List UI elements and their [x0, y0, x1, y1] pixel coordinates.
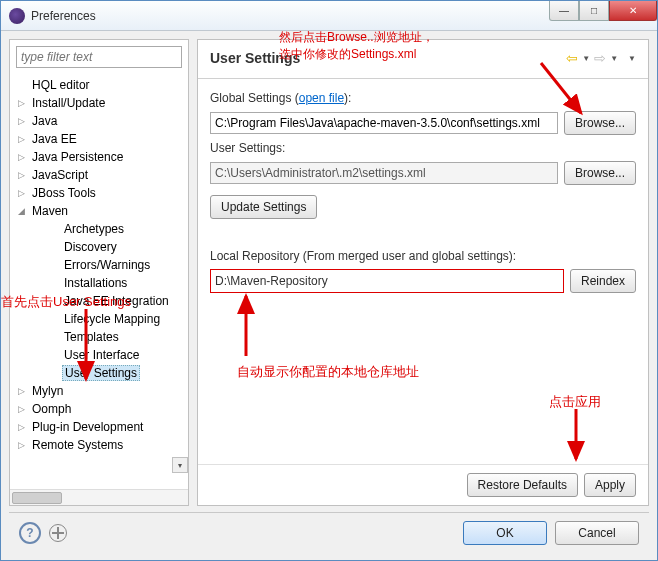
tree-item-install-update[interactable]: ▷Install/Update: [10, 94, 188, 112]
tree-twisty-icon[interactable]: ▷: [18, 134, 30, 144]
nav-back-menu[interactable]: ▼: [582, 54, 590, 63]
browse-user-button[interactable]: Browse...: [564, 161, 636, 185]
tree-twisty-icon[interactable]: ▷: [18, 422, 30, 432]
tree-item-hql-editor[interactable]: HQL editor: [10, 76, 188, 94]
tree-item-label: Lifecycle Mapping: [62, 312, 162, 326]
update-row: Update Settings: [210, 195, 636, 219]
tree-item-label: Mylyn: [30, 384, 65, 398]
category-panel: HQL editor▷Install/Update▷Java▷Java EE▷J…: [9, 39, 189, 506]
tree-item-javascript[interactable]: ▷JavaScript: [10, 166, 188, 184]
settings-panel: User Settings ⇦ ▼ ⇨ ▼ ▼ Global Settings …: [197, 39, 649, 506]
tree-item-label: Plug-in Development: [30, 420, 145, 434]
tree-item-java[interactable]: ▷Java: [10, 112, 188, 130]
tree-item-maven[interactable]: ◢Maven: [10, 202, 188, 220]
close-button[interactable]: ✕: [609, 1, 657, 21]
tree-item-lifecycle-mapping[interactable]: Lifecycle Mapping: [10, 310, 188, 328]
tree-twisty-icon[interactable]: ▷: [18, 98, 30, 108]
filter-container: [16, 46, 182, 68]
global-settings-row: Browse...: [210, 111, 636, 135]
eclipse-icon: [9, 8, 25, 24]
tree-twisty-icon[interactable]: ▷: [18, 404, 30, 414]
help-icon[interactable]: ?: [19, 522, 41, 544]
tree-item-user-interface[interactable]: User Interface: [10, 346, 188, 364]
tree-item-templates[interactable]: Templates: [10, 328, 188, 346]
tree-item-label: JBoss Tools: [30, 186, 98, 200]
preferences-window: Preferences — □ ✕ HQL editor▷Install/Upd…: [0, 0, 658, 561]
tree-scroll-down[interactable]: ▾: [172, 457, 188, 473]
tree-item-jboss-tools[interactable]: ▷JBoss Tools: [10, 184, 188, 202]
window-title: Preferences: [31, 9, 549, 23]
tree-item-label: Discovery: [62, 240, 119, 254]
tree-hscrollbar[interactable]: [10, 489, 188, 505]
tree-item-label: Java: [30, 114, 59, 128]
tree-item-label: User Settings: [62, 365, 140, 381]
cancel-button[interactable]: Cancel: [555, 521, 639, 545]
nav-view-menu[interactable]: ▼: [628, 54, 636, 63]
global-settings-input[interactable]: [210, 112, 558, 134]
page-body: Global Settings (open file): Browse... U…: [198, 79, 648, 464]
apply-button[interactable]: Apply: [584, 473, 636, 497]
tree-item-label: Errors/Warnings: [62, 258, 152, 272]
import-export-icon[interactable]: [49, 524, 67, 542]
window-controls: — □ ✕: [549, 1, 657, 30]
filter-input[interactable]: [16, 46, 182, 68]
user-settings-row: Browse...: [210, 161, 636, 185]
tree-item-java-ee[interactable]: ▷Java EE: [10, 130, 188, 148]
category-tree[interactable]: HQL editor▷Install/Update▷Java▷Java EE▷J…: [10, 74, 188, 489]
user-settings-label: User Settings:: [210, 141, 636, 155]
tree-item-label: HQL editor: [30, 78, 92, 92]
hscrollbar-thumb[interactable]: [12, 492, 62, 504]
tree-item-errors-warnings[interactable]: Errors/Warnings: [10, 256, 188, 274]
reindex-button[interactable]: Reindex: [570, 269, 636, 293]
tree-item-remote-systems[interactable]: ▷Remote Systems: [10, 436, 188, 454]
tree-item-mylyn[interactable]: ▷Mylyn: [10, 382, 188, 400]
nav-forward-icon[interactable]: ⇨: [594, 50, 606, 66]
global-settings-label: Global Settings (open file):: [210, 91, 636, 105]
tree-twisty-icon[interactable]: ▷: [18, 440, 30, 450]
tree-item-installations[interactable]: Installations: [10, 274, 188, 292]
maximize-button[interactable]: □: [579, 1, 609, 21]
open-file-link[interactable]: open file: [299, 91, 344, 105]
tree-item-label: JavaScript: [30, 168, 90, 182]
tree-item-java-ee-integration[interactable]: Java EE Integration: [10, 292, 188, 310]
tree-item-label: Maven: [30, 204, 70, 218]
tree-item-label: Remote Systems: [30, 438, 125, 452]
dialog-body: HQL editor▷Install/Update▷Java▷Java EE▷J…: [1, 31, 657, 560]
tree-item-label: User Interface: [62, 348, 141, 362]
user-settings-input[interactable]: [210, 162, 558, 184]
tree-twisty-icon[interactable]: ▷: [18, 116, 30, 126]
tree-item-label: Java EE Integration: [62, 294, 171, 308]
nav-toolbar: ⇦ ▼ ⇨ ▼ ▼: [566, 50, 636, 66]
tree-item-label: Install/Update: [30, 96, 107, 110]
restore-defaults-button[interactable]: Restore Defaults: [467, 473, 578, 497]
tree-item-label: Templates: [62, 330, 121, 344]
tree-twisty-icon[interactable]: ▷: [18, 386, 30, 396]
local-repo-row: D:\Maven-Repository Reindex: [210, 269, 636, 293]
tree-item-archetypes[interactable]: Archetypes: [10, 220, 188, 238]
tree-twisty-icon[interactable]: ◢: [18, 206, 30, 216]
tree-item-discovery[interactable]: Discovery: [10, 238, 188, 256]
tree-item-plug-in-development[interactable]: ▷Plug-in Development: [10, 418, 188, 436]
minimize-button[interactable]: —: [549, 1, 579, 21]
browse-global-button[interactable]: Browse...: [564, 111, 636, 135]
page-header: User Settings ⇦ ▼ ⇨ ▼ ▼: [198, 40, 648, 79]
tree-item-java-persistence[interactable]: ▷Java Persistence: [10, 148, 188, 166]
tree-item-label: Java EE: [30, 132, 79, 146]
tree-item-label: Archetypes: [62, 222, 126, 236]
ok-button[interactable]: OK: [463, 521, 547, 545]
tree-twisty-icon[interactable]: ▷: [18, 170, 30, 180]
nav-back-icon[interactable]: ⇦: [566, 50, 578, 66]
local-repo-value: D:\Maven-Repository: [210, 269, 564, 293]
tree-item-label: Oomph: [30, 402, 73, 416]
tree-twisty-icon[interactable]: ▷: [18, 188, 30, 198]
main-split: HQL editor▷Install/Update▷Java▷Java EE▷J…: [9, 39, 649, 506]
page-title: User Settings: [210, 50, 300, 66]
dialog-button-bar: ? OK Cancel: [9, 512, 649, 552]
tree-item-oomph[interactable]: ▷Oomph: [10, 400, 188, 418]
tree-item-user-settings[interactable]: User Settings: [10, 364, 188, 382]
update-settings-button[interactable]: Update Settings: [210, 195, 317, 219]
nav-forward-menu[interactable]: ▼: [610, 54, 618, 63]
tree-twisty-icon[interactable]: ▷: [18, 152, 30, 162]
tree-item-label: Java Persistence: [30, 150, 125, 164]
titlebar: Preferences — □ ✕: [1, 1, 657, 31]
